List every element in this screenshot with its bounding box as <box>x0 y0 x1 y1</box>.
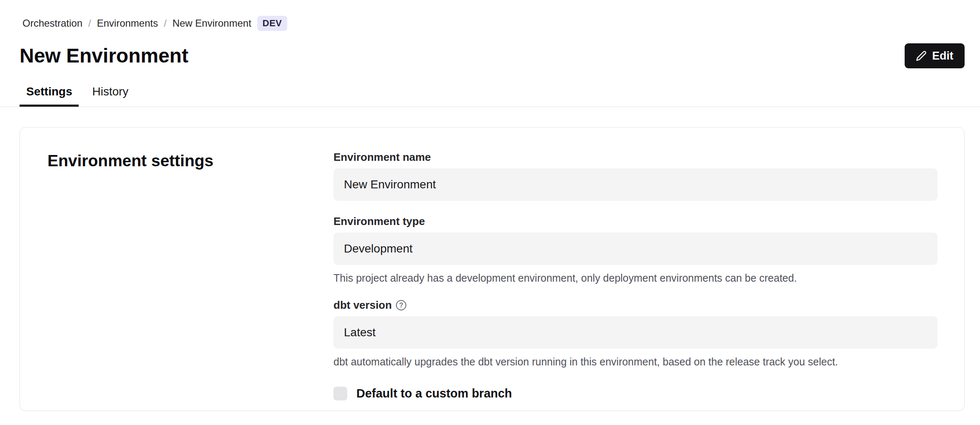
page-header: New Environment Edit <box>20 43 965 68</box>
page: Orchestration / Environments / New Envir… <box>0 0 980 425</box>
dev-badge: DEV <box>257 16 288 31</box>
custom-branch-row: Default to a custom branch <box>333 387 938 400</box>
edit-button-label: Edit <box>932 50 953 62</box>
tab-bar: Settings History <box>0 80 980 107</box>
environment-name-label: Environment name <box>333 151 938 164</box>
breadcrumb-item-new-environment: New Environment <box>172 18 251 29</box>
environment-type-helper-text: This project already has a development e… <box>333 271 938 285</box>
breadcrumb-separator: / <box>164 18 167 29</box>
dbt-version-label: dbt version ? <box>333 299 938 312</box>
dbt-version-helper-text: dbt automatically upgrades the dbt versi… <box>333 355 938 368</box>
breadcrumb-separator: / <box>88 18 91 29</box>
pencil-icon <box>916 50 927 61</box>
panel-heading: Environment settings <box>47 152 214 170</box>
custom-branch-checkbox[interactable] <box>333 387 347 400</box>
environment-name-field: Environment name <box>333 151 938 201</box>
breadcrumb-item-orchestration[interactable]: Orchestration <box>22 18 82 29</box>
environment-type-field: Environment type This project already ha… <box>333 215 938 285</box>
dbt-version-label-text: dbt version <box>333 299 392 312</box>
breadcrumb: Orchestration / Environments / New Envir… <box>0 0 980 31</box>
environment-settings-panel: Environment settings Environment name En… <box>20 127 965 411</box>
custom-branch-label: Default to a custom branch <box>356 387 512 400</box>
tab-history[interactable]: History <box>85 80 135 107</box>
dbt-version-input[interactable] <box>333 316 938 349</box>
dbt-version-field: dbt version ? dbt automatically upgrades… <box>333 299 938 368</box>
breadcrumb-item-environments[interactable]: Environments <box>97 18 158 29</box>
environment-type-input[interactable] <box>333 232 938 265</box>
environment-type-label: Environment type <box>333 215 938 228</box>
help-circle-icon[interactable]: ? <box>396 300 406 310</box>
tab-settings[interactable]: Settings <box>20 80 79 107</box>
environment-settings-form: Environment name Environment type This p… <box>333 151 938 400</box>
page-title: New Environment <box>20 44 188 68</box>
environment-name-input[interactable] <box>333 168 938 201</box>
edit-button[interactable]: Edit <box>905 43 965 68</box>
